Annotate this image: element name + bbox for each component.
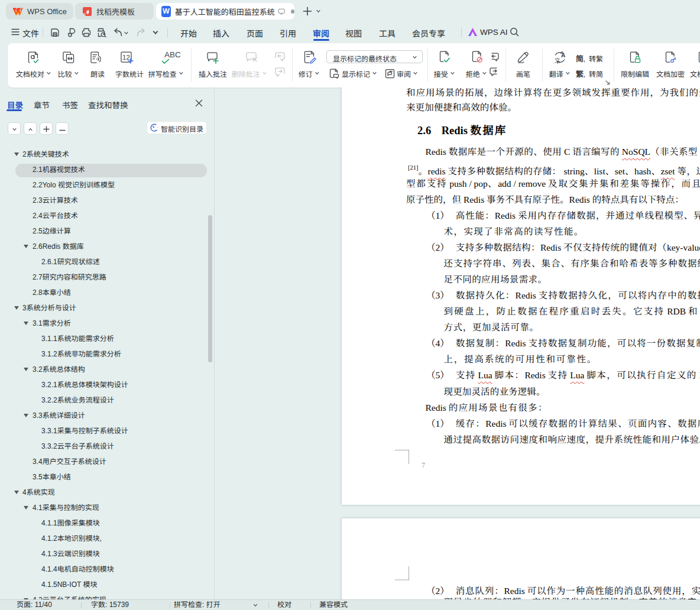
svg-text:文: 文 bbox=[555, 56, 560, 64]
svg-text:A: A bbox=[561, 52, 565, 59]
svg-text:12: 12 bbox=[122, 54, 130, 61]
